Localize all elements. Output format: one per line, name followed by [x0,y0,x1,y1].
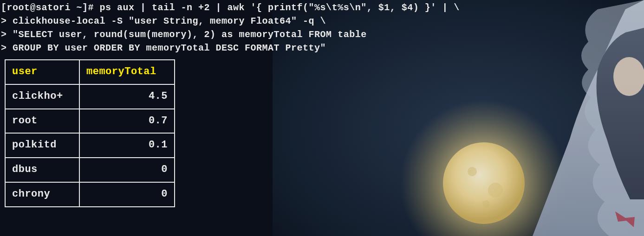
cell-memorytotal: 0.1 [79,133,175,158]
column-header-memorytotal: memoryTotal [79,60,175,84]
command-text: clickhouse-local -S "user String, memory… [13,16,326,26]
terminal-line-3: > "SELECT user, round(sum(memory), 2) as… [1,28,643,41]
cell-user: dbus [5,158,79,182]
cell-user: chrony [5,182,79,207]
table-header-row: user memoryTotal [5,60,175,84]
terminal-line-2: > clickhouse-local -S "user String, memo… [1,14,643,28]
table-row: polkitd 0.1 [5,133,175,158]
command-text: ps aux | tail -n +2 | awk '{ printf("%s\… [100,2,460,13]
command-text: "SELECT user, round(sum(memory), 2) as m… [13,29,367,40]
cell-user: root [5,109,79,134]
cell-memorytotal: 4.5 [79,84,175,109]
result-table: user memoryTotal clickho+ 4.5 root 0.7 p… [5,59,175,207]
continuation-marker: > [1,43,13,53]
shell-prompt[interactable]: [root@satori ~]# [1,2,100,13]
continuation-marker: > [1,16,13,26]
table-row: root 0.7 [5,109,175,134]
cell-memorytotal: 0 [79,158,175,182]
table-row: dbus 0 [5,158,175,182]
continuation-marker: > [1,29,13,40]
table-row: chrony 0 [5,182,175,207]
terminal-line-1: [root@satori ~]# ps aux | tail -n +2 | a… [1,1,643,14]
cell-user: clickho+ [5,84,79,109]
terminal-line-4: > GROUP BY user ORDER BY memoryTotal DES… [1,41,643,55]
column-header-user: user [5,60,79,84]
cell-memorytotal: 0 [79,182,175,207]
table-row: clickho+ 4.5 [5,84,175,109]
cell-user: polkitd [5,133,79,158]
command-text: GROUP BY user ORDER BY memoryTotal DESC … [13,43,326,53]
cell-memorytotal: 0.7 [79,109,175,134]
